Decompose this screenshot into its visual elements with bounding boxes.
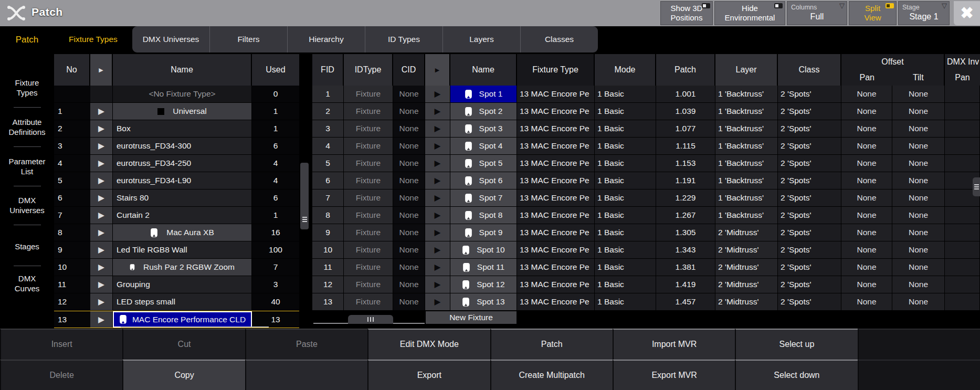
paste-button[interactable]: Paste [245, 329, 367, 360]
cell-dmx-invert-pan[interactable] [945, 207, 980, 224]
cell-class[interactable]: 2 'Spots' [778, 224, 841, 241]
patch-row[interactable]: 6FixtureNone▶Spot 613 MAC Encore Pe1 Bas… [312, 172, 980, 189]
cell-offset-tilt[interactable]: None [892, 241, 945, 258]
cell-idtype[interactable]: Fixture [344, 189, 393, 206]
cell-class[interactable]: 2 'Spots' [778, 120, 841, 137]
sidebar-item-attribute-definitions[interactable]: Attribute Definitions [0, 115, 54, 139]
cell-fixture-name[interactable]: Spot 2 [450, 103, 517, 120]
cell-fixture-name[interactable]: Spot 11 [450, 259, 517, 276]
cell-fixture-type-name[interactable]: Grouping [113, 276, 252, 293]
cell-offset-pan[interactable]: None [841, 293, 892, 310]
fixture-type-row[interactable]: 8▶Mac Aura XB16 [54, 224, 299, 241]
cell-fixture-type[interactable]: 13 MAC Encore Pe [517, 276, 595, 293]
cell-mode[interactable]: 1 Basic [595, 207, 656, 224]
cell-mode[interactable]: 1 Basic [595, 86, 656, 102]
cell-idtype[interactable]: Fixture [344, 138, 393, 154]
expand-arrow-icon[interactable]: ▶ [425, 224, 450, 241]
cell-fid[interactable]: 13 [312, 293, 344, 310]
cell-mode[interactable]: 1 Basic [595, 120, 656, 137]
tab-hierarchy[interactable]: Hierarchy [287, 26, 365, 52]
sidebar-item-parameter-list[interactable]: Parameter List [0, 155, 54, 178]
cell-cid[interactable]: None [393, 155, 425, 172]
col-header-expand[interactable]: ▶ [425, 54, 450, 86]
cell-class[interactable]: 2 'Spots' [778, 155, 841, 172]
fixture-type-row[interactable]: 11▶Grouping3 [54, 276, 299, 293]
cell-offset-pan[interactable]: None [841, 120, 892, 137]
cell-fid[interactable]: 2 [312, 103, 344, 120]
fixture-type-row[interactable]: 1▶Universal1 [54, 103, 299, 120]
cell-dmx-invert-pan[interactable] [945, 138, 980, 154]
cell-dmx-invert-pan[interactable] [945, 276, 980, 293]
cell-cid[interactable]: None [393, 293, 425, 310]
cell-layer[interactable]: 2 'Midtruss' [715, 241, 778, 258]
patch-row[interactable]: 5FixtureNone▶Spot 513 MAC Encore Pe1 Bas… [312, 155, 980, 172]
cell-fixture-type[interactable]: 13 MAC Encore Pe [517, 172, 595, 189]
tab-layers[interactable]: Layers [442, 26, 520, 52]
cut-button[interactable]: Cut [122, 329, 245, 360]
cell-fid[interactable]: 9 [312, 224, 344, 241]
cell-idtype[interactable]: Fixture [344, 86, 393, 102]
cell-layer[interactable]: 2 'Midtruss' [715, 259, 778, 276]
cell-class[interactable]: 2 'Spots' [778, 293, 841, 310]
cell-fixture-type-name[interactable]: Led Tile RGB8 Wall [113, 241, 252, 258]
cell-layer[interactable]: 1 'Backtruss' [715, 207, 778, 224]
expand-arrow-icon[interactable]: ▶ [90, 138, 113, 154]
cell-fixture-name[interactable]: Spot 10 [450, 241, 517, 258]
cell-offset-pan[interactable]: None [841, 207, 892, 224]
col-header-dmx-inv-pan[interactable]: Pan [945, 70, 980, 86]
expand-arrow-icon[interactable]: ▶ [90, 311, 113, 328]
col-header-offset-tilt[interactable]: Tilt [893, 70, 944, 86]
patch-button[interactable]: Patch [490, 329, 613, 360]
expand-arrow-icon[interactable]: ▶ [90, 241, 113, 258]
cell-cid[interactable]: None [393, 259, 425, 276]
patch-row[interactable]: 8FixtureNone▶Spot 813 MAC Encore Pe1 Bas… [312, 207, 980, 224]
fixture-type-row[interactable]: <No Fixture Type>0 [54, 86, 299, 103]
cell-dmx-invert-pan[interactable] [945, 224, 980, 241]
expand-arrow-icon[interactable]: ▶ [425, 189, 450, 206]
col-header-expand[interactable]: ▶ [90, 54, 113, 86]
expand-arrow-icon[interactable]: ▶ [425, 155, 450, 172]
patch-row[interactable]: 7FixtureNone▶Spot 713 MAC Encore Pe1 Bas… [312, 189, 980, 207]
cell-fid[interactable]: 4 [312, 138, 344, 154]
cell-fixture-name[interactable]: Spot 6 [450, 172, 517, 189]
cell-layer[interactable]: 1 'Backtruss' [715, 103, 778, 120]
cell-fixture-name[interactable]: Spot 3 [450, 120, 517, 137]
cell-fixture-type-name[interactable]: Mac Aura XB [113, 224, 252, 241]
expand-arrow-icon[interactable]: ▶ [90, 224, 113, 241]
copy-button[interactable]: Copy [122, 360, 245, 390]
cell-fixture-name[interactable]: Spot 7 [450, 189, 517, 206]
expand-arrow-icon[interactable]: ▶ [425, 207, 450, 224]
cell-idtype[interactable]: Fixture [344, 155, 393, 172]
patch-row[interactable]: 12FixtureNone▶Spot 1213 MAC Encore Pe1 B… [312, 276, 980, 293]
cell-offset-tilt[interactable]: None [892, 172, 945, 189]
cell-fixture-name[interactable]: Spot 9 [450, 224, 517, 241]
expand-arrow-icon[interactable]: ▶ [425, 103, 450, 120]
cell-patch-address[interactable]: 1.077 [656, 120, 715, 137]
cell-fixture-name[interactable]: Spot 5 [450, 155, 517, 172]
cell-offset-tilt[interactable]: None [892, 259, 945, 276]
cell-offset-tilt[interactable]: None [892, 86, 945, 102]
patch-row[interactable]: 13FixtureNone▶Spot 1313 MAC Encore Pe1 B… [312, 293, 980, 311]
toolbar-button-hide-environmental[interactable]: HideEnvironmental [714, 1, 785, 25]
cell-fixture-name[interactable]: Spot 12 [450, 276, 517, 293]
expand-arrow-icon[interactable]: ▶ [425, 86, 450, 102]
cell-offset-pan[interactable]: None [841, 138, 892, 154]
cell-cid[interactable]: None [393, 224, 425, 241]
cell-fixture-name[interactable]: Spot 1 [450, 86, 517, 102]
cell-offset-pan[interactable]: None [841, 155, 892, 172]
cell-offset-pan[interactable]: None [841, 189, 892, 206]
col-header-fid[interactable]: FID [312, 54, 344, 86]
col-header-used[interactable]: Used [252, 54, 299, 86]
cell-patch-address[interactable]: 1.039 [656, 103, 715, 120]
tab-id-types[interactable]: ID Types [365, 26, 442, 52]
new-fixture-button[interactable]: New Fixture [425, 311, 517, 324]
col-header-cid[interactable]: CID [393, 54, 425, 86]
fixture-type-row[interactable]: 4▶eurotruss_FD34-2504 [54, 155, 299, 172]
cell-dmx-invert-pan[interactable] [945, 120, 980, 137]
cell-offset-tilt[interactable]: None [892, 189, 945, 206]
edit-dmx-mode-button[interactable]: Edit DMX Mode [367, 329, 490, 360]
cell-mode[interactable]: 1 Basic [595, 103, 656, 120]
cell-class[interactable]: 2 'Spots' [778, 138, 841, 154]
cell-fixture-type-name[interactable]: MAC Encore Performance CLD [113, 311, 252, 328]
select-up-button[interactable]: Select up [735, 329, 857, 360]
